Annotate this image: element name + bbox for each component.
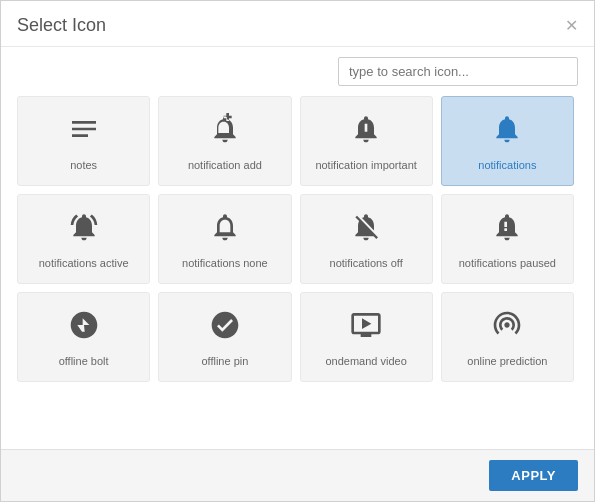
icon-cell-notifications[interactable]: notifications [441, 96, 574, 186]
icon-label-offline-pin: offline pin [201, 354, 248, 368]
icon-label-notes: notes [70, 158, 97, 172]
icon-label-notifications-off: notifications off [330, 256, 403, 270]
ondemand-video-icon [350, 309, 382, 346]
close-button[interactable]: ✕ [565, 18, 578, 34]
icon-cell-offline-bolt[interactable]: offline bolt [17, 292, 150, 382]
icon-cell-notifications-none[interactable]: notifications none [158, 194, 291, 284]
icon-grid: notesnotification addnotification import… [17, 96, 574, 390]
icon-label-notifications-none: notifications none [182, 256, 268, 270]
icon-label-notification-important: notification important [315, 158, 417, 172]
icon-cell-notification-add[interactable]: notification add [158, 96, 291, 186]
icon-cell-offline-pin[interactable]: offline pin [158, 292, 291, 382]
icon-cell-ondemand-video[interactable]: ondemand video [300, 292, 433, 382]
dialog-footer: APPLY [1, 449, 594, 501]
select-icon-dialog: Select Icon ✕ notesnotification addnotif… [0, 0, 595, 502]
online-prediction-icon [491, 309, 523, 346]
icon-cell-notes[interactable]: notes [17, 96, 150, 186]
dialog-title: Select Icon [17, 15, 106, 36]
offline-bolt-icon [68, 309, 100, 346]
icon-cell-notification-important[interactable]: notification important [300, 96, 433, 186]
icon-label-notification-add: notification add [188, 158, 262, 172]
icon-label-offline-bolt: offline bolt [59, 354, 109, 368]
search-bar [1, 47, 594, 96]
notification-important-icon [350, 113, 382, 150]
dialog-header: Select Icon ✕ [1, 1, 594, 47]
notes-icon [68, 113, 100, 150]
notifications-paused-icon [491, 211, 523, 248]
apply-button[interactable]: APPLY [489, 460, 578, 491]
notifications-off-icon [350, 211, 382, 248]
icon-label-notifications: notifications [478, 158, 536, 172]
notifications-none-icon [209, 211, 241, 248]
icon-grid-scrollable[interactable]: notesnotification addnotification import… [17, 96, 578, 449]
icon-grid-container: notesnotification addnotification import… [1, 96, 594, 449]
icon-cell-notifications-paused[interactable]: notifications paused [441, 194, 574, 284]
icon-cell-online-prediction[interactable]: online prediction [441, 292, 574, 382]
notifications-icon [491, 113, 523, 150]
icon-cell-notifications-off[interactable]: notifications off [300, 194, 433, 284]
icon-label-ondemand-video: ondemand video [325, 354, 406, 368]
icon-label-notifications-active: notifications active [39, 256, 129, 270]
icon-label-notifications-paused: notifications paused [459, 256, 556, 270]
icon-label-online-prediction: online prediction [467, 354, 547, 368]
search-input[interactable] [338, 57, 578, 86]
notification-add-icon [209, 113, 241, 150]
notifications-active-icon [68, 211, 100, 248]
icon-cell-notifications-active[interactable]: notifications active [17, 194, 150, 284]
offline-pin-icon [209, 309, 241, 346]
